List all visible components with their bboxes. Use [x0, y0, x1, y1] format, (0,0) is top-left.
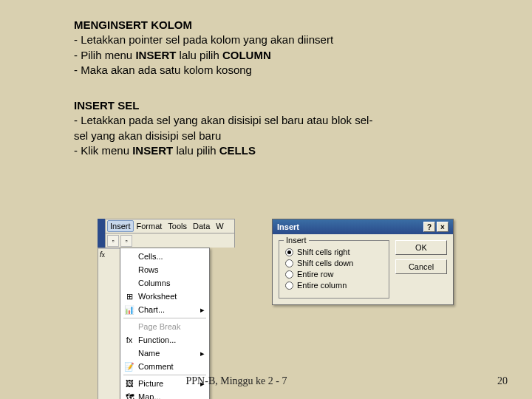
dropdown-label: Page Break	[138, 322, 205, 331]
dropdown-label: Chart...	[138, 305, 197, 314]
radio-icon	[285, 248, 293, 256]
radio-label: Shift cells down	[297, 259, 353, 267]
menu-icon: fx	[123, 334, 135, 346]
text-line: - Maka akan ada satu kolom kosong	[74, 63, 502, 78]
radio-label: Entire row	[297, 270, 334, 279]
slide-footer: PPN-B, Minggu ke 2 - 7 20	[0, 375, 532, 387]
menu-item-insert[interactable]: Insert	[107, 220, 134, 232]
dropdown-label: Name	[138, 349, 197, 358]
excel-insert-menu-screenshot: Insert Format Tools Data W ▫ ▫ fx Cells.…	[98, 219, 235, 399]
dropdown-item[interactable]: Columns	[120, 276, 209, 290]
menu-icon	[123, 277, 135, 289]
dropdown-label: Rows	[138, 265, 205, 274]
menu-item-data[interactable]: Data	[190, 220, 213, 232]
close-button[interactable]: ×	[437, 222, 449, 232]
dropdown-item[interactable]: 🗺Map...	[120, 390, 209, 399]
text-line: - Pilih menu INSERT lalu pilih COLUMN	[74, 48, 502, 63]
menu-icon: 📝	[123, 361, 135, 372]
submenu-arrow-icon: ▸	[200, 349, 205, 358]
menu-icon	[123, 347, 135, 359]
section-insert-cell: INSERT SEL - Letakkan pada sel yang akan…	[74, 98, 502, 158]
menu-icon: 🗺	[123, 391, 135, 399]
dropdown-label: Cells...	[138, 252, 205, 261]
menu-item-format[interactable]: Format	[134, 220, 166, 232]
toolbar-button[interactable]: ▫	[120, 235, 132, 247]
menu-icon: ⊞	[123, 290, 135, 302]
fx-label: fx	[98, 248, 120, 260]
radio-option[interactable]: Shift cells right	[285, 248, 383, 256]
dropdown-item[interactable]: Name▸	[120, 347, 209, 360]
menu-icon	[123, 250, 135, 262]
page-number: 20	[473, 375, 532, 387]
radio-icon	[285, 270, 293, 279]
help-button[interactable]: ?	[423, 222, 435, 232]
dropdown-label: Worksheet	[138, 292, 205, 301]
toolbar-button[interactable]: ▫	[107, 235, 119, 247]
menu-item-w[interactable]: W	[213, 220, 226, 232]
menu-icon: 📊	[123, 304, 135, 316]
dropdown-label: Columns	[138, 279, 205, 287]
footer-center: PPN-B, Minggu ke 2 - 7	[0, 375, 473, 387]
dropdown-label: Function...	[138, 335, 205, 344]
radio-option[interactable]: Shift cells down	[285, 259, 383, 267]
heading-insert-cell: INSERT SEL	[74, 99, 139, 112]
row-header-strip	[98, 219, 105, 248]
menu-icon	[123, 321, 135, 332]
radio-option[interactable]: Entire row	[285, 270, 383, 279]
dropdown-item[interactable]: ⊞Worksheet	[120, 290, 209, 303]
menu-item-tools[interactable]: Tools	[165, 220, 190, 232]
dropdown-item[interactable]: Page Break	[120, 320, 209, 333]
dropdown-item[interactable]: fxFunction...	[120, 333, 209, 347]
text-line: - Letakkan pada sel yang akan disisipi s…	[74, 113, 502, 128]
dialog-titlebar: Insert ? ×	[273, 219, 453, 234]
menu-bar: Insert Format Tools Data W	[105, 219, 235, 233]
heading-insert-column: MENGINSERT KOLOM	[74, 18, 192, 31]
submenu-arrow-icon: ▸	[200, 305, 205, 315]
ok-button[interactable]: OK	[395, 240, 447, 255]
radio-icon	[285, 259, 293, 267]
dropdown-label: Comment	[138, 362, 205, 371]
dropdown-item[interactable]: Rows	[120, 263, 209, 276]
text-line: - Letakkan pointer sel pada kolom yang a…	[74, 33, 502, 47]
dropdown-label: Map...	[138, 392, 205, 399]
text-line: - Klik menu INSERT lalu pilih CELLS	[74, 143, 502, 158]
menu-icon	[123, 264, 135, 276]
text-line: sel yang akan disisipi sel baru	[74, 129, 502, 143]
dropdown-item[interactable]: Cells...	[120, 250, 209, 263]
section-insert-column: MENGINSERT KOLOM - Letakkan pointer sel …	[74, 18, 502, 78]
dropdown-item[interactable]: 📊Chart...▸	[120, 303, 209, 316]
radio-option[interactable]: Entire column	[285, 281, 383, 290]
groupbox-title: Insert	[284, 236, 309, 245]
insert-groupbox: Insert Shift cells rightShift cells down…	[279, 240, 389, 299]
insert-dialog: Insert ? × Insert Shift cells rightShift…	[272, 219, 454, 305]
radio-label: Shift cells right	[297, 248, 350, 256]
cancel-button[interactable]: Cancel	[395, 259, 447, 274]
dialog-title: Insert	[277, 222, 299, 231]
dropdown-item[interactable]: 📝Comment	[120, 360, 209, 373]
radio-icon	[285, 282, 293, 290]
toolbar: ▫ ▫	[105, 233, 235, 248]
radio-label: Entire column	[297, 281, 347, 290]
